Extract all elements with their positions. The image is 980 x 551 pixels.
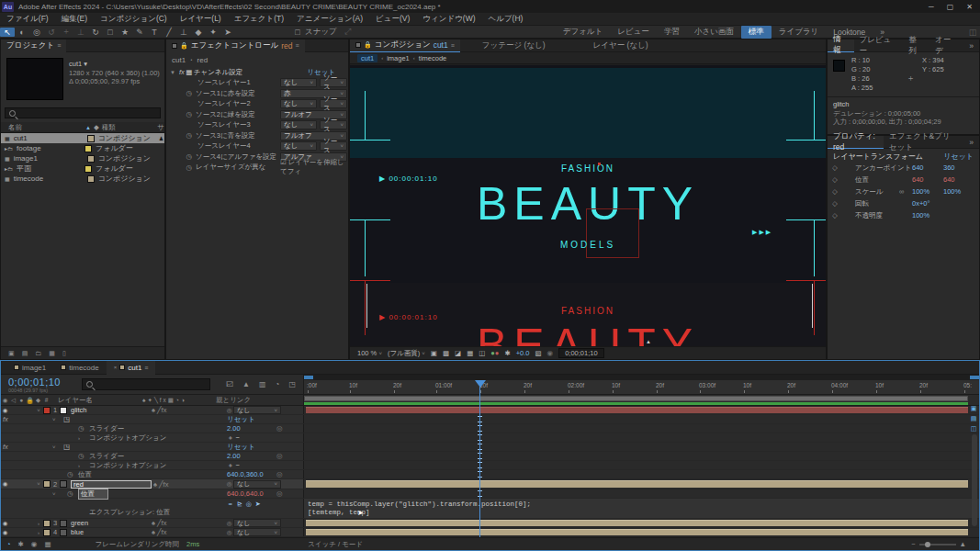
eye-icon[interactable]: ◉ xyxy=(1,480,9,488)
layer-name-green[interactable]: green xyxy=(67,519,152,527)
channel-icon[interactable]: ●● xyxy=(490,349,499,357)
brush-tool-icon[interactable]: ╱ xyxy=(162,28,176,37)
comp-button-icon[interactable]: ▣ xyxy=(971,405,977,412)
source-layer1-dropdown[interactable]: なし˅ xyxy=(280,78,317,87)
keyframe-diamond-icon[interactable]: ◇ xyxy=(828,175,842,184)
flowchart-icon[interactable]: ▦ xyxy=(44,540,51,548)
project-row-heimen[interactable]: ▸🗀平面 フォルダー xyxy=(1,163,164,174)
current-time-field[interactable]: 0;00;01;10 xyxy=(558,348,603,358)
rotation-tool-icon[interactable]: ↻ xyxy=(88,28,103,37)
source3-source-dropdown[interactable]: ソース˅ xyxy=(320,120,347,129)
include-in-graph-icon[interactable]: ◎ xyxy=(276,424,283,433)
source2-source-dropdown[interactable]: ソース˅ xyxy=(320,99,347,108)
stopwatch-icon[interactable]: ◷ xyxy=(78,452,84,460)
guides-icon[interactable]: ▦ xyxy=(467,349,473,357)
expression-toggle-icons[interactable]: ＝ ⊵ ◎ ➤ xyxy=(227,500,262,509)
rulers-icon[interactable]: ◫ xyxy=(479,349,485,357)
align-tab[interactable]: 整列 xyxy=(904,39,930,52)
expander-icon[interactable]: › xyxy=(34,521,43,526)
position-x-value[interactable]: 640 xyxy=(912,175,943,184)
stopwatch-icon[interactable]: ◷ xyxy=(166,152,192,161)
menu-animation[interactable]: アニメーション(A) xyxy=(290,14,369,25)
parent-pickwhip-icon[interactable]: ◎ xyxy=(225,407,233,414)
layer-label-swatch[interactable] xyxy=(43,407,51,414)
graph-editor-icon[interactable]: ◳ xyxy=(288,380,296,388)
layer-name-blue[interactable]: blue xyxy=(67,528,152,536)
more-tabs-icon[interactable]: » xyxy=(963,136,979,149)
footer-trash-icon[interactable]: ▯ xyxy=(62,350,66,357)
include-in-graph-icon[interactable]: ◎ xyxy=(276,470,283,478)
workspace-review[interactable]: レビュー xyxy=(610,26,657,39)
composite-options-label[interactable]: コンポジットオプション xyxy=(89,461,166,470)
more-tabs-icon[interactable]: » xyxy=(963,39,979,52)
exposure-gear-icon[interactable]: ✱ xyxy=(504,349,510,357)
opacity-value[interactable]: 100% xyxy=(912,211,929,219)
parent-pickwhip-icon[interactable]: ◎ xyxy=(225,520,233,527)
parent-dropdown[interactable]: なし˅ xyxy=(233,406,281,414)
exposure-value[interactable]: +0.0 xyxy=(516,349,530,357)
track-camera-tool-icon[interactable]: ⊥ xyxy=(73,28,88,37)
eye-icon[interactable]: ◉ xyxy=(1,407,9,414)
parent-link-column[interactable]: 親とリンク xyxy=(216,396,251,405)
panel-menu-icon[interactable]: ≡ xyxy=(57,42,61,49)
show-snapshot-icon[interactable]: ◉ xyxy=(547,349,554,357)
scale-x-value[interactable]: 100% xyxy=(912,187,943,196)
composite-options-label[interactable]: コンポジットオプション xyxy=(89,433,166,443)
link-scale-icon[interactable]: ∞ xyxy=(899,187,912,196)
project-row-cut1[interactable]: ▦cut1 コンポジション ♟ xyxy=(1,133,164,143)
workspace-standard[interactable]: 標準 xyxy=(741,26,772,39)
menu-layer[interactable]: レイヤー(L) xyxy=(174,14,228,25)
stretch-checkbox[interactable]: ☑ レイヤーを伸縮してフィ xyxy=(280,158,348,176)
position-value-glitch[interactable]: 640.0,360.0 xyxy=(227,470,264,478)
switches-modes-toggle[interactable]: スイッチ / モード xyxy=(308,540,363,549)
column-header-label-icon[interactable]: ◆ xyxy=(91,123,102,131)
orbit-tool-icon[interactable]: ↺ xyxy=(44,28,59,37)
audio-tab[interactable]: オーデ xyxy=(929,39,963,52)
timeline-tab-image1[interactable]: image1 xyxy=(6,361,53,375)
menu-window[interactable]: ウィンドウ(W) xyxy=(416,14,481,25)
comp-button-icon[interactable]: ◫ xyxy=(971,425,977,433)
search-workspace-icon[interactable]: ◫ xyxy=(965,28,980,37)
keyframe-diamond-icon[interactable]: ◇ xyxy=(828,163,842,172)
puppet-pin-tool-icon[interactable]: ➤ xyxy=(220,28,235,37)
footer-interpret-icon[interactable]: ▣ xyxy=(8,350,15,357)
snapshot-camera-icon[interactable]: ▧ xyxy=(535,349,542,357)
workspace-learn[interactable]: 学習 xyxy=(657,26,687,39)
navigator-end-handle[interactable] xyxy=(970,376,979,379)
menu-effect[interactable]: エフェクト(T) xyxy=(228,14,290,25)
mask-visibility-icon[interactable]: ◪ xyxy=(455,349,461,357)
source-layer3-dropdown[interactable]: なし˅ xyxy=(280,120,317,129)
anchor-x-value[interactable]: 640 xyxy=(912,163,943,172)
selection-tool-icon[interactable]: ↖ xyxy=(0,28,15,37)
composite-add-remove[interactable]: ＋ − xyxy=(227,461,240,470)
hand-tool-icon[interactable]: ◐ xyxy=(15,28,29,37)
comp-button-icon[interactable]: ▤ xyxy=(971,415,977,422)
project-search-input[interactable] xyxy=(5,107,161,118)
slider-value[interactable]: 2.00 xyxy=(227,424,241,433)
layer-name-column[interactable]: レイヤー名 xyxy=(51,396,142,405)
layer-bar-blue[interactable] xyxy=(306,529,968,535)
stopwatch-icon[interactable]: ◷ xyxy=(67,470,73,478)
timeline-tab-timecode[interactable]: timecode xyxy=(53,361,106,375)
comp-nav-image1[interactable]: image1 xyxy=(387,54,410,62)
effect-group-label[interactable]: ◳ xyxy=(63,443,70,451)
menu-edit[interactable]: 編集(E) xyxy=(55,14,94,25)
project-tab[interactable]: プロジェクト ≡ xyxy=(1,39,66,52)
footer-new-comp-icon[interactable]: ▦ xyxy=(49,350,55,357)
composition-canvas[interactable]: FASHION ▶ 00:00:01:10 BEAUTY MODELS ▶▶▶ … xyxy=(350,65,826,346)
label-swatch[interactable] xyxy=(87,175,95,183)
position-label[interactable]: 位置 xyxy=(78,470,92,479)
parent-dropdown[interactable]: なし˅ xyxy=(233,519,281,527)
timeline-zoom-slider[interactable]: −▲ xyxy=(911,540,966,548)
keyframe-diamond-icon[interactable]: ◇ xyxy=(828,211,842,219)
pan-behind-tool-icon[interactable]: ＋ xyxy=(59,26,73,38)
layer-label-swatch[interactable] xyxy=(43,529,51,536)
expander-icon[interactable]: › xyxy=(34,530,43,535)
lock-icon[interactable]: 🔒 xyxy=(364,41,372,49)
layer-name-red-edit[interactable]: red xyxy=(71,480,152,489)
effect-reset-link[interactable]: リセット xyxy=(227,443,255,452)
expand-icon[interactable]: ⤢ xyxy=(341,27,355,37)
stopwatch-icon[interactable]: ◷ xyxy=(166,131,192,140)
info-tab[interactable]: 情報 xyxy=(828,39,854,52)
transparency-grid-icon[interactable]: ▩ xyxy=(443,349,449,357)
